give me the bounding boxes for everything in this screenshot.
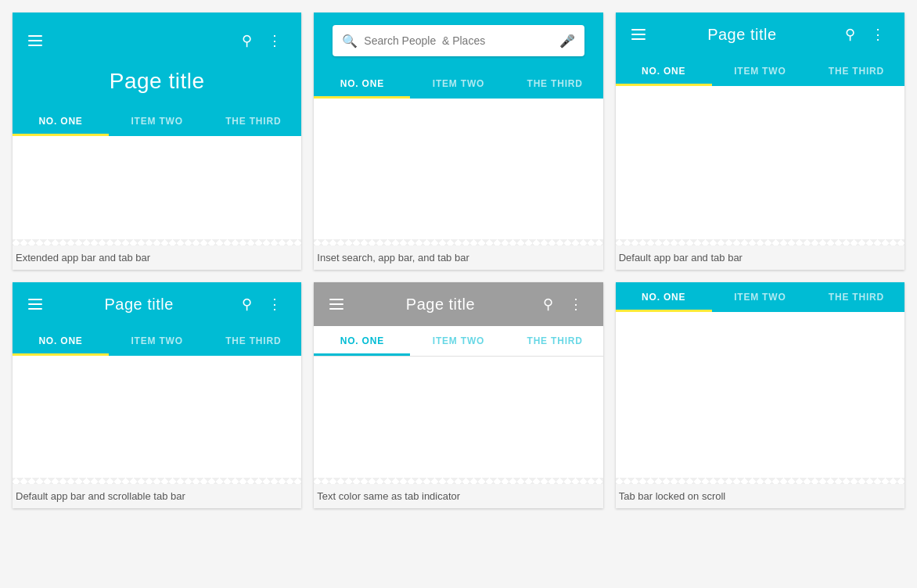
app-bar-extended: ⚲ ⋮ Page title <box>13 13 301 106</box>
search-icon[interactable]: ⚲ <box>232 290 261 318</box>
tab-the-third[interactable]: THE THIRD <box>507 69 603 99</box>
card-label: Tab bar locked on scroll <box>616 484 904 508</box>
page-title: Page title <box>347 296 534 314</box>
page-title: Page title <box>45 296 232 314</box>
card-label: Extended app bar and tab bar <box>13 246 301 270</box>
card-label: Default app bar and tab bar <box>616 246 904 270</box>
tab-no-one[interactable]: NO. ONE <box>13 326 109 356</box>
card-content <box>13 136 301 246</box>
menu-icon[interactable] <box>326 296 347 313</box>
card-label: Inset search, app bar, and tab bar <box>314 246 602 270</box>
card-content <box>13 356 301 484</box>
app-bar-default: Page title ⚲ ⋮ <box>616 13 904 56</box>
main-grid: ⚲ ⋮ Page title NO. ONE ITEM TWO THE THIR… <box>0 0 917 521</box>
tab-bar: NO. ONE ITEM TWO THE THIRD <box>616 56 904 86</box>
tab-item-two[interactable]: ITEM TWO <box>109 326 205 356</box>
search-app-bar: 🔍 🎤 <box>314 13 602 69</box>
card-content <box>616 86 904 246</box>
app-bar-light: Page title ⚲ ⋮ <box>314 282 602 326</box>
search-bar[interactable]: 🔍 🎤 <box>333 25 584 56</box>
tab-no-one[interactable]: NO. ONE <box>314 326 410 356</box>
search-icon[interactable]: ⚲ <box>232 27 261 55</box>
tab-no-one[interactable]: NO. ONE <box>13 106 109 136</box>
mic-icon[interactable]: 🎤 <box>559 34 575 48</box>
tab-item-two[interactable]: ITEM TWO <box>109 106 205 136</box>
tab-the-third[interactable]: THE THIRD <box>205 326 301 356</box>
tab-item-two[interactable]: ITEM TWO <box>712 282 808 312</box>
card-label: Text color same as tab indicator <box>314 484 602 508</box>
tab-the-third[interactable]: THE THIRD <box>808 56 904 86</box>
card-inset-search: 🔍 🎤 NO. ONE ITEM TWO THE THIRD Inset sea… <box>314 13 602 270</box>
card-default-appbar: Page title ⚲ ⋮ NO. ONE ITEM TWO THE THIR… <box>616 13 904 270</box>
tab-bar: NO. ONE ITEM TWO THE THIRD <box>314 69 602 99</box>
tab-bar-scrollable: NO. ONE ITEM TWO THE THIRD <box>13 326 301 356</box>
tab-no-one[interactable]: NO. ONE <box>616 56 712 86</box>
card-extended-appbar: ⚲ ⋮ Page title NO. ONE ITEM TWO THE THIR… <box>13 13 301 270</box>
app-bar-default: Page title ⚲ ⋮ <box>13 282 301 326</box>
menu-icon[interactable] <box>25 32 45 49</box>
tab-bar: NO. ONE ITEM TWO THE THIRD <box>13 106 301 136</box>
more-icon[interactable]: ⋮ <box>864 20 892 48</box>
card-light-theme: Page title ⚲ ⋮ NO. ONE ITEM TWO THE THIR… <box>314 282 602 508</box>
more-icon[interactable]: ⋮ <box>261 290 289 318</box>
tab-the-third[interactable]: THE THIRD <box>507 326 603 356</box>
tab-bar-light: NO. ONE ITEM TWO THE THIRD <box>314 326 602 357</box>
card-scrollable-tabs: Page title ⚲ ⋮ NO. ONE ITEM TWO THE THIR… <box>13 282 301 508</box>
card-tab-locked: NO. ONE ITEM TWO THE THIRD Tab bar locke… <box>616 282 904 508</box>
more-icon[interactable]: ⋮ <box>261 27 289 55</box>
search-icon[interactable]: ⚲ <box>836 20 864 48</box>
search-bar-icon: 🔍 <box>342 34 358 48</box>
tab-no-one[interactable]: NO. ONE <box>314 69 410 99</box>
card-content <box>314 357 602 484</box>
tab-item-two[interactable]: ITEM TWO <box>410 69 506 99</box>
tab-bar-locked: NO. ONE ITEM TWO THE THIRD <box>616 282 904 312</box>
card-label: Default app bar and scrollable tab bar <box>13 484 301 508</box>
search-icon[interactable]: ⚲ <box>534 290 563 318</box>
page-title: Page title <box>25 63 289 106</box>
search-input[interactable] <box>364 34 552 47</box>
app-bar-top-row: ⚲ ⋮ <box>25 19 289 63</box>
tab-item-two[interactable]: ITEM TWO <box>712 56 808 86</box>
card-content <box>616 312 904 484</box>
tab-the-third[interactable]: THE THIRD <box>808 282 904 312</box>
card-content <box>314 99 602 246</box>
menu-icon[interactable] <box>628 26 649 43</box>
tab-no-one[interactable]: NO. ONE <box>616 282 712 312</box>
menu-icon[interactable] <box>25 296 45 313</box>
more-icon[interactable]: ⋮ <box>563 290 591 318</box>
tab-item-two[interactable]: ITEM TWO <box>410 326 506 356</box>
tab-the-third[interactable]: THE THIRD <box>205 106 301 136</box>
page-title: Page title <box>649 26 836 44</box>
